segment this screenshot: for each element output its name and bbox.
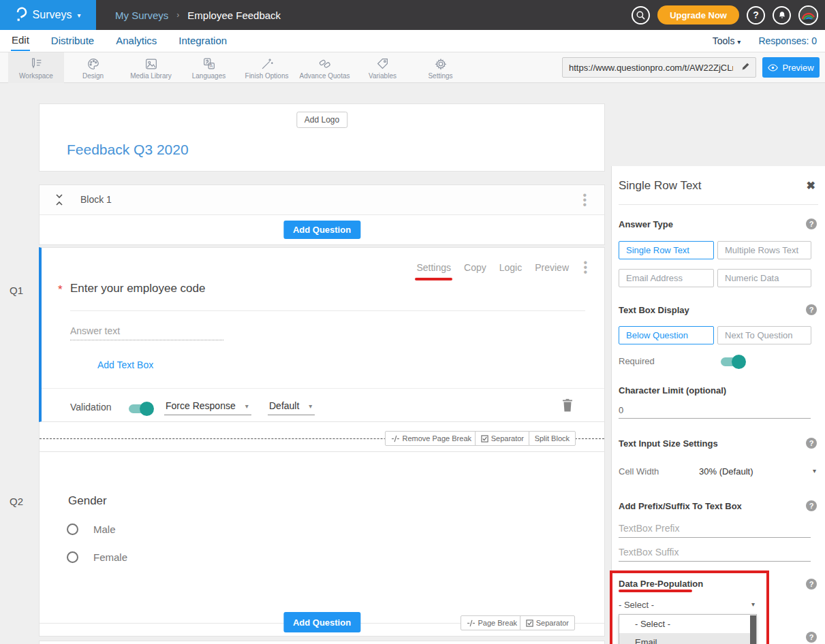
dropdown-scrollbar[interactable] — [750, 615, 756, 644]
question-actions: Settings Copy Logic Preview — [416, 262, 569, 273]
upgrade-now-button[interactable]: Upgrade Now — [657, 5, 739, 25]
help-icon[interactable]: ? — [806, 500, 817, 511]
answer-type-label: Answer Type — [619, 219, 673, 229]
add-question-button[interactable]: Add Question — [283, 221, 360, 239]
toolbar-item-finish-options[interactable]: Finish Options — [238, 52, 296, 83]
gear-icon — [433, 57, 449, 71]
dropdown-option-select[interactable]: - Select - — [619, 615, 756, 633]
search-button[interactable] — [632, 6, 650, 25]
question-text-q2[interactable]: Gender — [68, 494, 107, 508]
chevron-down-icon: ▾ — [77, 12, 80, 19]
tab-distribute[interactable]: Distribute — [50, 31, 95, 50]
dropdown-option-email[interactable]: Email — [619, 633, 756, 644]
notifications-button[interactable] — [773, 6, 791, 25]
radio-icon[interactable] — [67, 524, 78, 535]
force-response-select[interactable]: Force Response ▾ — [164, 400, 251, 415]
data-prepopulation-select[interactable]: - Select - — [619, 600, 654, 610]
dropdown-scrollbar-thumb[interactable] — [750, 615, 756, 644]
answer-type-multiple-rows[interactable]: Multiple Rows Text — [717, 241, 811, 259]
add-question-button-bottom[interactable]: Add Question — [283, 612, 360, 632]
help-icon[interactable]: ? — [806, 304, 817, 315]
character-limit-input-line[interactable] — [619, 418, 811, 419]
page-break-button[interactable]: Page Break — [461, 615, 523, 630]
checkbox-icon — [481, 435, 488, 442]
radio-option-male[interactable]: Male — [67, 524, 116, 535]
validation-toggle[interactable] — [129, 404, 152, 413]
tab-edit[interactable]: Edit — [11, 31, 30, 51]
collapse-block-icon[interactable] — [55, 193, 64, 208]
textbox-suffix-input[interactable]: TextBox Suffix — [619, 547, 679, 558]
data-prepopulation-dropdown: - Select - Email Custom 1 Custom 2 Custo… — [619, 614, 757, 644]
question-tab-logic[interactable]: Logic — [499, 262, 522, 273]
preview-button[interactable]: Preview — [762, 57, 820, 78]
close-icon[interactable]: ✖ — [807, 180, 815, 191]
help-icon[interactable]: ? — [806, 579, 817, 590]
help-button[interactable]: ? — [747, 6, 765, 25]
survey-title[interactable]: Feedback Q3 2020 — [67, 142, 189, 158]
toolbar-item-media-library[interactable]: Media Library — [122, 52, 180, 83]
character-limit-input[interactable]: 0 — [619, 405, 623, 415]
toolbar-item-settings[interactable]: Settings — [411, 52, 469, 83]
question-tab-settings[interactable]: Settings — [416, 262, 451, 273]
toolbar-item-design[interactable]: Design — [64, 52, 122, 83]
display-below-question[interactable]: Below Question — [619, 326, 714, 344]
panel-title: Single Row Text — [619, 179, 702, 193]
add-text-box-link[interactable]: Add Text Box — [97, 359, 153, 370]
breadcrumb-my-surveys[interactable]: My Surveys — [115, 10, 168, 21]
tab-analytics[interactable]: Analytics — [115, 31, 157, 50]
textbox-suffix-input-line[interactable] — [619, 561, 811, 562]
radio-option-female[interactable]: Female — [67, 551, 127, 563]
answer-text-placeholder[interactable]: Answer text — [70, 325, 120, 336]
separator-button-bottom[interactable]: Separator — [520, 615, 575, 630]
answer-type-email[interactable]: Email Address — [619, 269, 714, 287]
question-menu-button[interactable]: ••• — [583, 260, 587, 274]
remove-page-break-button[interactable]: Remove Page Break — [385, 431, 478, 446]
separator-button[interactable]: Separator — [475, 431, 530, 446]
palette-icon — [85, 57, 102, 71]
tab-integration[interactable]: Integration — [178, 31, 228, 50]
editor-canvas: Q1 Q2 Add Logo Feedback Q3 2020 Block 1 … — [0, 83, 825, 644]
trash-icon — [562, 399, 573, 412]
help-icon[interactable]: ? — [806, 219, 817, 229]
radio-icon[interactable] — [67, 551, 78, 563]
answer-text-input-line[interactable] — [70, 340, 223, 340]
help-icon[interactable]: ? — [806, 632, 817, 643]
required-toggle[interactable] — [721, 357, 744, 366]
split-block-button[interactable]: Split Block — [529, 431, 576, 446]
question-tab-preview[interactable]: Preview — [535, 262, 569, 273]
question-tab-copy[interactable]: Copy — [464, 262, 486, 273]
next-card-edge — [39, 641, 605, 644]
product-switcher[interactable]: Surveys ▾ — [0, 0, 96, 30]
toolbar-item-variables[interactable]: Variables — [354, 52, 411, 83]
textbox-prefix-input[interactable]: TextBox Prefix — [619, 523, 679, 534]
chevron-down-icon[interactable]: ▾ — [751, 600, 755, 608]
cell-width-select[interactable]: 30% (Default) — [699, 466, 753, 477]
add-logo-button[interactable]: Add Logo — [296, 112, 347, 128]
survey-url-input[interactable] — [563, 63, 736, 73]
question-card-q1: Settings Copy Logic Preview ••• * Enter … — [39, 247, 605, 422]
delete-question-button[interactable] — [562, 399, 573, 414]
responses-count[interactable]: Responses: 0 — [758, 35, 817, 46]
red-annotation-underline — [619, 590, 692, 592]
answer-type-numeric[interactable]: Numeric Data — [717, 269, 811, 287]
toolbar-item-advance-quotas[interactable]: Advance Quotas — [296, 52, 354, 83]
question-text-q1[interactable]: Enter your employee code — [70, 282, 205, 295]
toolbar-item-languages[interactable]: A Languages — [180, 52, 238, 83]
edit-url-button[interactable] — [736, 62, 756, 73]
block-title[interactable]: Block 1 — [80, 194, 112, 205]
top-bar: Surveys ▾ My Surveys › Employee Feedback… — [0, 0, 825, 30]
help-icon[interactable]: ? — [806, 438, 817, 449]
tools-menu[interactable]: Tools ▾ — [713, 35, 741, 46]
chevron-down-icon[interactable]: ▾ — [813, 467, 816, 474]
page-break-strip: Remove Page Break Separator Split Block — [39, 422, 605, 451]
question-mark-icon: ? — [753, 10, 759, 20]
textbox-prefix-input-line[interactable] — [619, 537, 811, 538]
block-menu-button[interactable]: ••• — [582, 193, 587, 207]
user-avatar[interactable] — [798, 5, 818, 25]
toolbar-item-workspace[interactable]: Workspace — [8, 52, 64, 83]
question-card-q2: Gender Male Female Add Question Page Bre… — [39, 451, 605, 637]
break-icon — [467, 619, 476, 627]
validation-default-select[interactable]: Default ▾ — [268, 400, 315, 415]
display-next-to-question[interactable]: Next To Question — [717, 326, 811, 344]
answer-type-single-row[interactable]: Single Row Text — [619, 241, 714, 259]
